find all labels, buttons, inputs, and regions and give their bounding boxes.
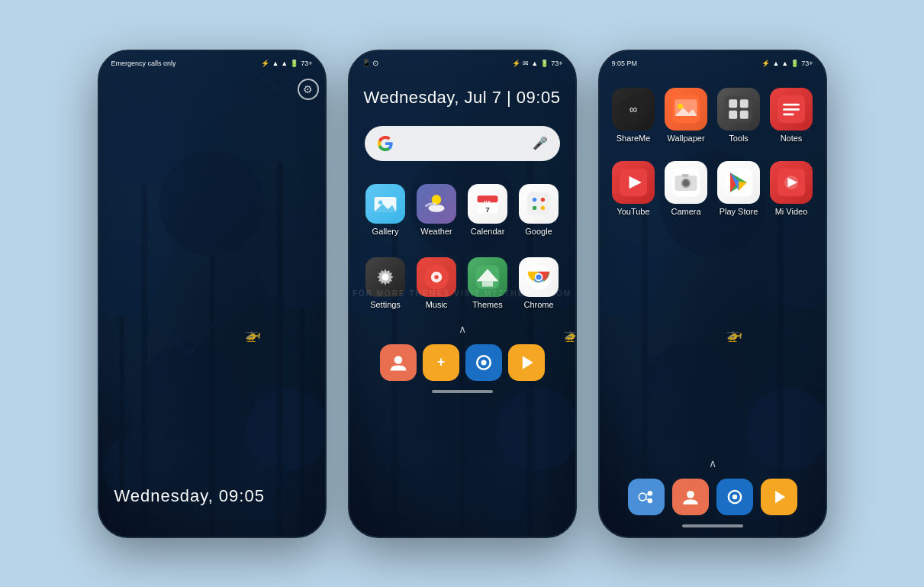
dock-arrow: ∧ bbox=[349, 320, 575, 338]
settings-corner: ⚙ bbox=[99, 73, 325, 106]
svg-point-39 bbox=[541, 197, 545, 201]
app-item-calendar[interactable]: JUL7 Calendar bbox=[464, 179, 512, 240]
chrome-label: Chrome bbox=[523, 300, 553, 309]
sim-icon: 📱 bbox=[362, 59, 371, 67]
gallery-icon bbox=[365, 184, 405, 224]
svg-point-40 bbox=[533, 205, 536, 209]
app-item-chrome[interactable]: Chrome bbox=[515, 253, 563, 314]
google-label: Google bbox=[525, 227, 552, 236]
signal-icon: ▲ bbox=[272, 60, 278, 67]
miui-icon: ⊙ bbox=[372, 59, 378, 67]
svg-rect-71 bbox=[725, 95, 752, 122]
lock-time-display: Wednesday, 09:05 bbox=[114, 486, 310, 506]
msg-icon: ✉ bbox=[523, 60, 529, 67]
svg-rect-86 bbox=[682, 174, 689, 177]
wifi-icon3: ▲ bbox=[781, 60, 788, 67]
home-bar bbox=[432, 390, 493, 393]
app-item-playstore[interactable]: Play Store bbox=[714, 155, 764, 222]
svg-marker-99 bbox=[775, 490, 785, 502]
battery-icon3: 🔋 bbox=[790, 60, 799, 67]
app-item-settings[interactable]: Settings bbox=[362, 253, 410, 314]
app-item-gallery[interactable]: Gallery bbox=[362, 179, 410, 240]
phone-dock-phone2: + bbox=[349, 338, 575, 384]
signal-icon3: ▲ bbox=[772, 60, 779, 67]
svg-text:∞: ∞ bbox=[629, 103, 637, 115]
tools-icon bbox=[717, 88, 760, 131]
search-bar-container: 🎤 bbox=[349, 120, 575, 173]
svg-text:7: 7 bbox=[485, 205, 490, 213]
dock-icon-3[interactable] bbox=[465, 344, 502, 381]
home-date-text: Wednesday, Jul 7 | 09:05 bbox=[349, 88, 575, 108]
helicopter-decoration: 🚁 bbox=[244, 326, 261, 343]
dock3-icon-2[interactable] bbox=[672, 479, 709, 515]
phones-container: Emergency calls only ⚡ ▲ ▲ 🔋 73+ ⚙ 🚁 Wed… bbox=[75, 27, 850, 561]
svg-point-96 bbox=[687, 490, 694, 498]
svg-point-51 bbox=[536, 274, 541, 279]
playstore-icon bbox=[717, 161, 760, 204]
svg-rect-47 bbox=[482, 281, 493, 286]
app-item-shareme[interactable]: ∞ ShareMe bbox=[609, 82, 658, 149]
dock3-icon-1[interactable] bbox=[628, 479, 665, 515]
gallery-label: Gallery bbox=[372, 227, 399, 236]
phone-appdrawer: 9:05 PM ⚡ ▲ ▲ 🔋 73+ 🚁 ∞ Share bbox=[598, 50, 827, 538]
weather-label: Weather bbox=[420, 227, 452, 236]
app-item-notes[interactable]: Notes bbox=[767, 82, 816, 149]
settings-icon-app bbox=[365, 257, 405, 297]
app-grid-row1: Gallery Weather JUL7 Calendar bbox=[349, 173, 575, 247]
mivideo-icon bbox=[770, 161, 813, 204]
app-grid-row2: Settings Music Themes bbox=[349, 247, 575, 320]
google-search-bar[interactable]: 🎤 bbox=[365, 126, 560, 161]
app-item-music[interactable]: Music bbox=[413, 253, 461, 314]
wallpaper-icon bbox=[665, 88, 707, 131]
svg-point-30 bbox=[378, 200, 382, 204]
dock-icon-4[interactable] bbox=[508, 344, 545, 381]
status-right-phone3: ⚡ ▲ ▲ 🔋 73+ bbox=[761, 60, 813, 67]
app-item-youtube[interactable]: YouTube bbox=[609, 155, 658, 222]
svg-point-41 bbox=[541, 205, 545, 209]
phone3-dock bbox=[600, 473, 826, 518]
playstore-label: Play Store bbox=[720, 207, 758, 216]
music-icon-app bbox=[417, 257, 456, 297]
app-item-google[interactable]: Google bbox=[515, 179, 563, 240]
svg-point-98 bbox=[732, 494, 737, 499]
svg-rect-78 bbox=[783, 108, 800, 111]
bluetooth-icon3: ⚡ bbox=[761, 60, 770, 67]
phone3-body: ∞ ShareMe Wallpaper Tools bbox=[600, 73, 826, 537]
svg-point-52 bbox=[394, 356, 402, 364]
calendar-label: Calendar bbox=[471, 227, 505, 236]
youtube-label: YouTube bbox=[617, 207, 649, 216]
notes-label: Notes bbox=[781, 134, 803, 143]
battery-level3: 73+ bbox=[801, 60, 813, 67]
dock3-icon-4[interactable] bbox=[761, 479, 797, 515]
app-item-weather[interactable]: Weather bbox=[413, 179, 461, 240]
chevron-up-icon3: ∧ bbox=[709, 457, 716, 469]
camera-label: Camera bbox=[671, 207, 700, 216]
status-bar-phone3: 9:05 PM ⚡ ▲ ▲ 🔋 73+ bbox=[600, 51, 826, 73]
status-right-phone2: ⚡ ✉ ▲ 🔋 73+ bbox=[512, 60, 562, 67]
app-grid-phone3-row2: YouTube Camera Play Store bbox=[600, 152, 826, 225]
svg-rect-72 bbox=[729, 99, 737, 108]
youtube-icon bbox=[612, 161, 655, 204]
settings-label: Settings bbox=[370, 300, 401, 309]
svg-point-45 bbox=[434, 275, 438, 279]
app-item-themes[interactable]: Themes bbox=[464, 253, 512, 314]
dock-icon-1[interactable] bbox=[380, 344, 417, 381]
wifi-icon: ▲ bbox=[281, 60, 288, 67]
gear-icon[interactable]: ⚙ bbox=[298, 79, 319, 100]
dock3-icon-3[interactable] bbox=[716, 479, 753, 515]
battery-level2: 73+ bbox=[551, 60, 562, 67]
svg-marker-56 bbox=[522, 356, 533, 369]
dock-icon-2[interactable]: + bbox=[423, 344, 459, 381]
app-item-tools[interactable]: Tools bbox=[714, 82, 764, 149]
svg-text:+: + bbox=[436, 354, 444, 369]
status-right-phone1: ⚡ ▲ ▲ 🔋 73+ bbox=[261, 60, 312, 67]
app-item-camera[interactable]: Camera bbox=[662, 155, 711, 222]
status-left-phone1: Emergency calls only bbox=[111, 60, 176, 67]
home-indicator-phone3 bbox=[600, 518, 826, 531]
app-item-mivideo[interactable]: Mi Video bbox=[767, 155, 816, 222]
bluetooth-icon2: ⚡ bbox=[512, 60, 520, 67]
app-item-wallpaper[interactable]: Wallpaper bbox=[662, 82, 711, 149]
microphone-icon[interactable]: 🎤 bbox=[533, 136, 548, 150]
tools-label: Tools bbox=[729, 134, 749, 143]
calendar-icon: JUL7 bbox=[468, 184, 507, 224]
